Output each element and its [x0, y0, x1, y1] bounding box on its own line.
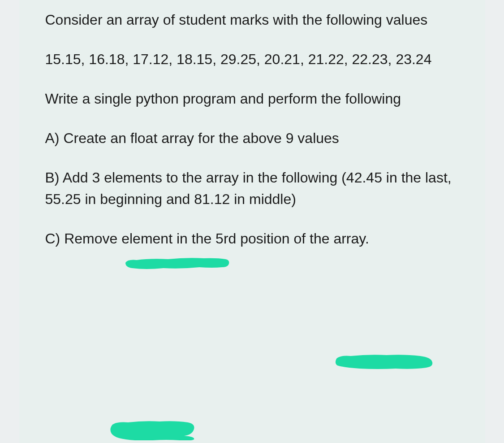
highlight-mark-icon: [333, 350, 436, 372]
task-c-text: C) Remove element in the 5rd position of…: [45, 228, 459, 249]
instruction-text: Write a single python program and perfor…: [45, 88, 459, 109]
task-b-text: B) Add 3 elements to the array in the fo…: [45, 167, 459, 210]
question-card: Consider an array of student marks with …: [19, 0, 485, 443]
task-a-text: A) Create an float array for the above 9…: [45, 127, 459, 149]
highlight-mark-icon: [108, 418, 198, 440]
intro-text: Consider an array of student marks with …: [45, 9, 459, 30]
highlight-mark-icon: [123, 250, 231, 271]
values-text: 15.15, 16.18, 17.12, 18.15, 29.25, 20.21…: [45, 48, 459, 70]
